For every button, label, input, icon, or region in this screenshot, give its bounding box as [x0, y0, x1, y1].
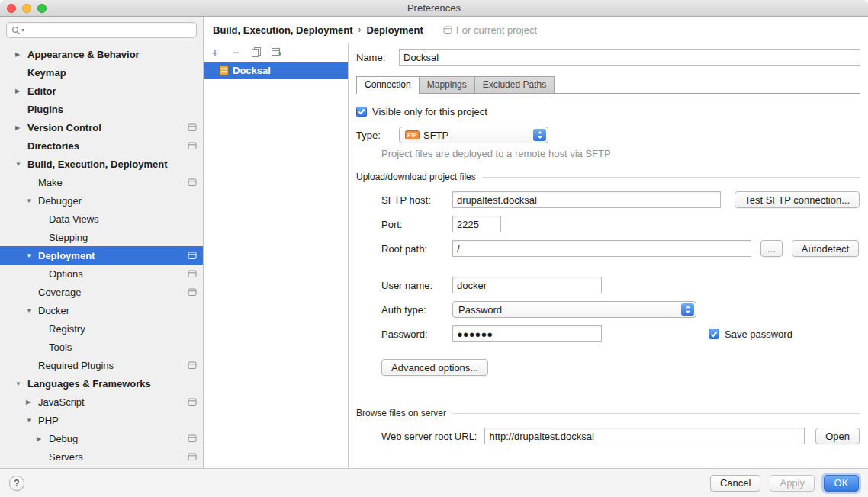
ok-button[interactable]: OK — [824, 475, 859, 492]
footer-bar: ? Cancel Apply OK — [0, 468, 868, 497]
type-value: SFTP — [423, 130, 448, 141]
chevron-down-icon[interactable]: ▼ — [26, 417, 38, 424]
tab-excluded-paths[interactable]: Excluded Paths — [474, 76, 555, 93]
autodetect-button[interactable]: Autodetect — [792, 240, 859, 257]
chevron-down-icon[interactable]: ▼ — [26, 197, 38, 204]
sidebar-item-keymap[interactable]: Keymap — [0, 63, 203, 82]
sidebar-item-label: Directories — [27, 140, 79, 152]
sidebar-item-appearance-behavior[interactable]: ▶Appearance & Behavior — [0, 45, 203, 63]
advanced-options-button[interactable]: Advanced options... — [381, 359, 488, 376]
user-name-input[interactable] — [452, 277, 602, 293]
use-as-default-button[interactable] — [271, 46, 283, 59]
sidebar-item-label: Docker — [38, 305, 69, 316]
sidebar-item-debug[interactable]: ▶Debug — [0, 429, 203, 447]
sidebar-item-javascript[interactable]: ▶JavaScript — [0, 393, 203, 411]
chevron-right-icon[interactable]: ▶ — [15, 124, 27, 131]
sidebar-item-servers[interactable]: Servers — [0, 447, 203, 466]
preferences-window: Preferences ▾ ▶Appearance & BehaviorKeym… — [0, 0, 868, 497]
chevron-down-icon[interactable]: ▼ — [26, 307, 38, 314]
password-input[interactable] — [452, 325, 602, 342]
sidebar-item-plugins[interactable]: Plugins — [0, 100, 203, 118]
name-input[interactable] — [399, 49, 860, 66]
sidebar-item-label: Registry — [49, 323, 85, 335]
sidebar-item-coverage[interactable]: Coverage — [0, 283, 203, 301]
copy-button[interactable] — [250, 46, 262, 59]
help-button[interactable]: ? — [9, 476, 24, 491]
sidebar-item-docker[interactable]: ▼Docker — [0, 301, 203, 319]
breadcrumb-segment-parent[interactable]: Build, Execution, Deployment — [213, 24, 352, 36]
sidebar-item-tools[interactable]: Tools — [0, 338, 203, 356]
sidebar-item-deployment[interactable]: ▼Deployment — [0, 246, 203, 265]
breadcrumb-segment-current[interactable]: Deployment — [366, 24, 423, 36]
auth-type-label: Auth type: — [381, 304, 452, 316]
minimize-button[interactable] — [22, 4, 31, 13]
sidebar-item-php[interactable]: ▼PHP — [0, 411, 203, 429]
sidebar-item-registry[interactable]: Registry — [0, 319, 203, 338]
sidebar-item-data-views[interactable]: Data Views — [0, 210, 203, 228]
save-password-checkbox[interactable] — [709, 329, 719, 339]
sidebar-item-label: Version Control — [27, 122, 101, 133]
upload-section-title: Upload/download project files — [356, 172, 476, 182]
project-settings-icon — [188, 123, 197, 132]
sidebar-item-label: Tools — [49, 341, 72, 353]
type-dropdown[interactable]: FTP SFTP — [399, 127, 548, 143]
chevron-down-icon[interactable]: ▼ — [26, 252, 38, 259]
cancel-button[interactable]: Cancel — [710, 475, 760, 492]
server-name: Docksal — [233, 65, 271, 76]
sidebar-item-build-execution-deployment[interactable]: ▼Build, Execution, Deployment — [0, 155, 203, 173]
sidebar-item-label: Make — [38, 177, 63, 188]
titlebar[interactable]: Preferences — [0, 0, 868, 17]
test-connection-button[interactable]: Test SFTP connection... — [735, 191, 860, 208]
password-row: Password: Save password — [381, 325, 860, 342]
server-list-item[interactable]: Docksal — [204, 62, 348, 79]
connection-fields: SFTP host: Test SFTP connection... Port:… — [381, 191, 860, 376]
sidebar-item-label: Options — [49, 268, 83, 280]
name-label: Name: — [356, 52, 399, 63]
settings-search[interactable]: ▾ — [6, 22, 197, 38]
help-icon: ? — [14, 478, 19, 489]
tab-connection[interactable]: Connection — [356, 76, 420, 93]
settings-search-input[interactable] — [27, 24, 191, 36]
chevron-down-icon[interactable]: ▼ — [15, 161, 27, 168]
sidebar-item-directories[interactable]: Directories — [0, 136, 203, 155]
sidebar-item-label: Build, Execution, Deployment — [27, 159, 167, 170]
settings-tabs: Connection Mappings Excluded Paths — [356, 76, 860, 94]
sftp-host-row: SFTP host: Test SFTP connection... — [381, 191, 860, 208]
sidebar-item-make[interactable]: Make — [0, 173, 203, 191]
visible-only-checkbox[interactable] — [356, 107, 367, 117]
project-settings-icon — [188, 398, 197, 406]
sftp-host-input[interactable] — [452, 191, 721, 208]
type-hint: Project files are deployed to a remote h… — [381, 148, 860, 159]
close-button[interactable] — [7, 4, 16, 13]
browse-button[interactable]: ... — [760, 240, 783, 257]
chevron-down-icon[interactable]: ▼ — [15, 380, 27, 387]
server-toolbar: +− — [204, 43, 348, 62]
open-button[interactable]: Open — [815, 428, 860, 444]
chevron-right-icon[interactable]: ▶ — [15, 51, 27, 58]
sidebar-item-stepping[interactable]: Stepping — [0, 228, 203, 246]
chevron-right-icon[interactable]: ▶ — [15, 88, 27, 95]
sidebar-item-languages-frameworks[interactable]: ▼Languages & Frameworks — [0, 374, 203, 393]
browse-section-header: Browse files on server — [356, 408, 860, 418]
chevron-right-icon[interactable]: ▶ — [26, 399, 38, 406]
add-button[interactable]: + — [209, 46, 221, 59]
web-root-row: Web server root URL: Open — [381, 428, 860, 444]
sidebar-item-options[interactable]: Options — [0, 265, 203, 283]
auth-type-dropdown[interactable]: Password — [452, 301, 696, 318]
sidebar-item-debugger[interactable]: ▼Debugger — [0, 191, 203, 210]
sidebar-item-required-plugins[interactable]: Required Plugins — [0, 356, 203, 374]
dropdown-stepper-icon — [681, 303, 694, 316]
tab-mappings[interactable]: Mappings — [419, 76, 475, 93]
port-label: Port: — [381, 219, 452, 230]
sidebar-item-version-control[interactable]: ▶Version Control — [0, 118, 203, 136]
server-list-panel: +− Docksal — [204, 43, 349, 468]
zoom-button[interactable] — [37, 4, 47, 13]
sidebar-item-editor[interactable]: ▶Editor — [0, 82, 203, 100]
port-input[interactable] — [452, 216, 501, 232]
web-root-input[interactable] — [484, 428, 805, 444]
remove-button[interactable]: − — [230, 46, 242, 59]
chevron-down-icon[interactable]: ▾ — [21, 27, 24, 34]
chevron-right-icon[interactable]: ▶ — [37, 435, 49, 442]
root-path-input[interactable] — [452, 240, 751, 257]
save-password-group: Save password — [709, 329, 792, 340]
